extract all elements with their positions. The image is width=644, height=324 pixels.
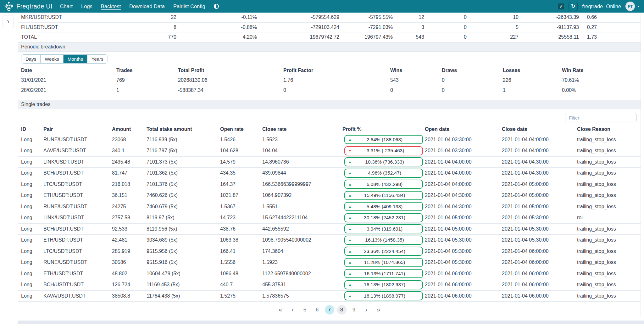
page-prev-button[interactable]: ‹ xyxy=(288,305,297,315)
tab-months[interactable]: Months xyxy=(63,55,87,63)
cell: trailing_stop_loss xyxy=(577,235,641,246)
table-row[interactable]: LongLTC/USDT:USDT216.0187101.376 (5x)164… xyxy=(18,179,641,190)
column-header: Open rate xyxy=(220,125,262,134)
table-row[interactable]: LongRUNE/USDT:USDT305869515.916 (5x)1.55… xyxy=(18,257,641,268)
page-6-button[interactable]: 6 xyxy=(313,305,322,315)
column-header: Open date xyxy=(425,125,502,134)
cell: 340.1 xyxy=(112,145,147,157)
page-first-button[interactable]: « xyxy=(276,305,285,315)
column-header: Losses xyxy=(503,66,562,75)
page-next-button[interactable]: › xyxy=(362,305,371,315)
cell: 434.35 xyxy=(220,168,262,179)
theme-toggle-button[interactable] xyxy=(214,4,219,9)
cell: trailing_stop_loss xyxy=(577,257,641,268)
cell: 22 xyxy=(126,13,176,22)
column-header: Profit % xyxy=(342,125,425,134)
user-menu[interactable]: FT xyxy=(625,2,640,11)
table-row[interactable]: LongETH/USDT:USDT48.80210604.479 (5x)108… xyxy=(18,268,641,279)
tab-days[interactable]: Days xyxy=(21,55,40,63)
nav-link-chart[interactable]: Chart xyxy=(60,3,73,9)
cell: ETH/USDT:USDT xyxy=(43,268,112,279)
cell: Long xyxy=(18,156,43,168)
cell: 5 xyxy=(467,22,519,32)
cell: ETH/USDT:USDT xyxy=(43,190,112,201)
tab-weeks[interactable]: Weeks xyxy=(40,55,63,63)
cell: 104.04 xyxy=(262,145,342,157)
brand[interactable]: Freqtrade UI xyxy=(4,2,53,11)
cell: 285.919 xyxy=(112,246,147,257)
page-7-button[interactable]: 7 xyxy=(325,305,334,315)
cell: 216.018 xyxy=(112,179,147,190)
cell: trailing_stop_loss xyxy=(577,156,641,168)
table-row[interactable]: LongETH/USDT:USDT36.1517460.626 (5x)1031… xyxy=(18,190,641,201)
cell: 2021-01-04 05:00:00 xyxy=(502,179,577,190)
nav-link-pairlist-config[interactable]: Pairlist Config xyxy=(173,3,205,9)
cell: trailing_stop_loss xyxy=(577,145,641,157)
cell: 14.8960736 xyxy=(262,156,342,168)
backtest-content: MKR/USDT:USDT22-0.11%-579554.629-5795.55… xyxy=(18,13,641,316)
cell: 25558.11 xyxy=(519,32,579,42)
table-row[interactable]: LongLTC/USDT:USDT285.9199515.956 (5x)166… xyxy=(18,246,641,257)
cell: 1.5426 xyxy=(220,134,262,145)
tab-years[interactable]: Years xyxy=(87,55,108,63)
table-row[interactable]: LongBCH/USDT:USDT92.5338119.956 (5x)438.… xyxy=(18,223,641,235)
cell: 2021-01-04 06:00:00 xyxy=(502,279,577,291)
brand-title: Freqtrade UI xyxy=(16,3,53,10)
profit-badge: ▼-3.31% (-235.463) xyxy=(344,146,423,155)
cell: 2021-01-04 05:30:00 xyxy=(425,246,502,257)
cell: Long xyxy=(18,268,43,279)
table-row[interactable]: LongAAVE/USDT:USDT340.17116.797 (5x)104.… xyxy=(18,145,641,157)
cell: 31/01/2021 xyxy=(18,75,116,85)
page-9-button[interactable]: 9 xyxy=(349,305,359,315)
table-row[interactable]: LongBCH/USDT:USDT126.72411169.453 (5x)44… xyxy=(18,279,641,291)
cell: -5795.55% xyxy=(339,13,393,22)
table-row[interactable]: LongRUNE/USDT:USDT230687116.939 (5x)1.54… xyxy=(18,134,641,145)
page-last-button[interactable]: » xyxy=(374,305,383,315)
filter-input[interactable] xyxy=(565,113,637,122)
cell: Long xyxy=(18,145,43,157)
triangle-up-icon: ▲ xyxy=(348,283,352,287)
profit-value: 2.64% (188.063) xyxy=(352,137,422,142)
bot-status: Online xyxy=(606,3,621,9)
cell: 9515.956 (5x) xyxy=(147,246,220,257)
profit-value: 23.36% (2224.454) xyxy=(352,249,422,254)
cell: -0.11% xyxy=(176,13,257,22)
cell: ▲23.36% (2224.454) xyxy=(342,246,425,257)
cell: 1.5367 xyxy=(220,201,262,212)
cell: 8119.97 (5x) xyxy=(147,212,220,224)
cell: 0 xyxy=(283,85,390,95)
cell: 104.628 xyxy=(220,145,262,157)
cell: 543 xyxy=(393,32,424,42)
cell: 48.802 xyxy=(112,268,147,279)
column-header: Close date xyxy=(502,125,577,134)
sidebar-expand-button[interactable]: › xyxy=(3,15,14,28)
cell: 227 xyxy=(467,32,519,42)
cell: 1.76 xyxy=(283,75,390,85)
column-header: Date xyxy=(18,66,116,75)
table-row[interactable]: LongKAVA/USDT:USDT38508.811764.438 (5x)1… xyxy=(18,290,641,302)
autorefresh-checkbox[interactable]: ✓ xyxy=(558,3,564,9)
triangle-up-icon: ▲ xyxy=(348,238,352,242)
cell: 2021-01-04 03:30:00 xyxy=(425,145,502,157)
cell: MKR/USDT:USDT xyxy=(18,13,126,22)
profit-value: 3.94% (319.691) xyxy=(352,226,422,232)
nav-link-download-data[interactable]: Download Data xyxy=(129,3,165,9)
cell: Long xyxy=(18,190,43,201)
column-header: Amount xyxy=(112,125,147,134)
column-header: Close rate xyxy=(262,125,342,134)
table-row[interactable]: LongLINK/USDT:USDT2757.588119.97 (5x)14.… xyxy=(18,212,641,224)
table-row[interactable]: LongRUNE/USDT:USDT242757460.679 (5x)1.53… xyxy=(18,201,641,212)
table-row[interactable]: LongETH/USDT:USDT42.4819034.689 (5x)1063… xyxy=(18,235,641,246)
reload-button[interactable]: ↻ xyxy=(569,2,578,11)
nav-link-logs[interactable]: Logs xyxy=(81,3,92,9)
page-5-button[interactable]: 5 xyxy=(300,305,310,315)
avatar: FT xyxy=(625,2,635,11)
table-row[interactable]: LongLINK/USDT:USDT2435.487101.373 (5x)14… xyxy=(18,156,641,168)
table-row[interactable]: LongBCH/USDT:USDT81.7477101.362 (5x)434.… xyxy=(18,168,641,179)
pair-summary-body: MKR/USDT:USDT22-0.11%-579554.629-5795.55… xyxy=(18,13,641,42)
cell: -588387.34 xyxy=(178,85,283,95)
cell: 11764.438 (5x) xyxy=(147,290,220,302)
page-8-button[interactable]: 8 xyxy=(337,305,347,315)
cell: 2021-01-04 05:30:00 xyxy=(425,235,502,246)
nav-link-backtest[interactable]: Backtest xyxy=(101,3,121,9)
